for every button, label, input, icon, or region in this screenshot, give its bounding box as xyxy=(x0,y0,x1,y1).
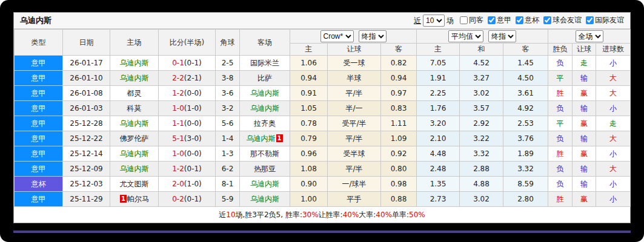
ah-handicap-line: 平/半 xyxy=(328,86,381,101)
away-team-cell: 比萨 xyxy=(240,71,290,86)
average-stage-select[interactable]: 终指 xyxy=(488,30,516,42)
sub-header-goals: 进球数 xyxy=(596,44,631,56)
filter-label: 球会友谊 xyxy=(553,15,582,25)
filter-label: 同客 xyxy=(469,15,483,25)
filter-label: 国际友谊 xyxy=(595,15,624,25)
result-wdl: 胜 xyxy=(548,146,573,162)
league-badge: 意甲 xyxy=(15,71,63,86)
half-time-score: (1-0) xyxy=(184,104,202,113)
recent-link[interactable]: 近 xyxy=(414,16,421,26)
half-time-score: (1-0) xyxy=(184,180,202,188)
sub-header-eu-draw: 和 xyxy=(460,44,503,56)
result-goals: 大 xyxy=(596,131,631,146)
eu-draw-odds: 4.52 xyxy=(460,56,503,71)
ah-home-odds: 0.96 xyxy=(290,146,328,162)
eu-away-odds: 4.92 xyxy=(503,101,548,116)
home-team: 佛罗伦萨 xyxy=(120,134,149,143)
final-score: 0-2 xyxy=(172,195,184,203)
result-handicap: 输 xyxy=(573,177,596,192)
corners-cell: 8-1 xyxy=(216,177,240,192)
eu-home-odds: 2.10 xyxy=(417,131,460,146)
bookmaker-stage-select[interactable]: 终指 xyxy=(359,30,387,42)
result-goals: 大 xyxy=(596,71,631,86)
sub-header-ah-away: 客 xyxy=(381,44,417,56)
corners-cell: 1-3 xyxy=(216,146,240,162)
scope-select[interactable]: 全场 xyxy=(576,30,603,42)
table-row: 意甲 26-01-10 乌迪内斯 2-2(2-1) 3-8 比萨 0.94 半球… xyxy=(15,71,631,86)
table-row: 意甲 25-12-09 乌迪内斯 1-2(0-1) 6-2 热那亚 1.08 平… xyxy=(15,162,631,177)
filter-checkbox[interactable] xyxy=(516,16,523,24)
match-date: 25-12-28 xyxy=(63,116,110,131)
result-goals: 大 xyxy=(596,86,631,101)
match-date: 25-11-29 xyxy=(63,192,110,207)
league-badge: 意杯 xyxy=(15,177,63,192)
result-wdl: 胜 xyxy=(548,86,573,101)
corners-cell: 2-5 xyxy=(216,56,240,71)
filter-checkbox[interactable] xyxy=(586,16,594,24)
away-team: 那不勒斯 xyxy=(250,149,279,158)
widget-frame: 乌迪内斯 近 10 场 同客意甲意杯球会友谊国际友谊 类型 日期 主场 比 xyxy=(0,0,644,242)
table-row: 意甲 25-12-14 乌迪内斯 1-0(0-0) 1-3 那不勒斯 0.96 … xyxy=(15,146,631,162)
ah-away-odds: 1.11 xyxy=(381,116,417,131)
result-handicap: 输 xyxy=(573,162,596,177)
result-goals: 小 xyxy=(596,56,631,71)
eu-home-odds: 1.35 xyxy=(417,177,460,192)
ah-home-odds: 0.79 xyxy=(290,131,328,146)
result-wdl: 胜 xyxy=(548,192,573,207)
asian-odds-group-header: Crow* 终指 xyxy=(290,30,417,44)
ah-home-odds: 0.94 xyxy=(290,71,328,86)
home-team: 科莫 xyxy=(127,104,142,113)
result-wdl: 平 xyxy=(548,116,573,131)
summary-segment: 单率: xyxy=(392,210,409,220)
matches-tbody: 意甲 26-01-17 乌迪内斯 0-1(0-1) 2-5 国际米兰 1.06 … xyxy=(15,56,631,207)
final-score: 5-1 xyxy=(172,134,184,143)
ah-away-odds: 1.09 xyxy=(381,131,417,146)
eu-home-odds: 1.76 xyxy=(417,101,460,116)
match-date: 25-12-22 xyxy=(63,131,110,146)
eu-draw-odds: 4.88 xyxy=(460,177,503,192)
corners-cell: 3-2 xyxy=(216,101,240,116)
summary-segment: 40% xyxy=(376,211,392,219)
home-team: 乌迪内斯 xyxy=(120,165,149,173)
league-badge: 意甲 xyxy=(15,131,63,146)
summary-segment: 40% xyxy=(343,211,359,219)
score-cell: 0-2(0-1) xyxy=(159,192,216,207)
filter-option-3[interactable]: 球会友谊 xyxy=(539,15,582,25)
filter-checkbox[interactable] xyxy=(488,16,496,24)
home-team-cell: 佛罗伦萨 xyxy=(110,131,159,146)
home-team: 都灵 xyxy=(127,89,142,97)
ah-away-odds: 0.83 xyxy=(381,101,417,116)
result-handicap: 赢 xyxy=(573,192,596,207)
red-card-badge: 1 xyxy=(276,134,283,142)
filter-option-4[interactable]: 国际友谊 xyxy=(582,15,624,25)
bookmaker-select[interactable]: Crow* xyxy=(320,30,354,42)
score-cell: 5-1(3-0) xyxy=(159,131,216,146)
league-badge: 意甲 xyxy=(15,116,63,131)
corners-cell: 5-9 xyxy=(216,192,240,207)
home-team-cell: 乌迪内斯 xyxy=(110,116,159,131)
match-count-select[interactable]: 10 xyxy=(423,15,445,27)
filter-checkbox[interactable] xyxy=(460,16,468,24)
red-card-badge: 1 xyxy=(120,195,127,203)
away-team: 乌迪内斯 xyxy=(250,104,279,113)
table-row: 意甲 25-12-28 乌迪内斯 1-1(0-0) 5-6 拉齐奥 0.78 受… xyxy=(15,116,631,131)
ah-home-odds: 0.78 xyxy=(290,116,328,131)
summary-segment: 场,胜3平2负5, 胜率: xyxy=(236,210,302,220)
filter-label: 意杯 xyxy=(525,15,539,25)
filter-checkbox[interactable] xyxy=(543,16,551,24)
away-team-cell: 乌迪内斯 xyxy=(240,177,290,192)
average-select[interactable]: 平均值 xyxy=(448,30,483,42)
eu-away-odds: 2.80 xyxy=(503,192,548,207)
match-date: 25-12-09 xyxy=(63,162,110,177)
filter-option-2[interactable]: 意杯 xyxy=(511,15,539,25)
filter-option-0[interactable]: 同客 xyxy=(456,15,483,25)
match-date: 26-01-03 xyxy=(63,101,110,116)
corners-cell: 3-6 xyxy=(216,86,240,101)
filter-option-1[interactable]: 意甲 xyxy=(483,15,511,25)
home-team: 帕尔马 xyxy=(127,195,149,203)
half-time-score: (0-0) xyxy=(184,149,202,158)
final-score: 0-1 xyxy=(172,59,184,67)
league-badge: 意甲 xyxy=(15,101,63,116)
table-row: 意杯 25-12-03 尤文图斯 2-0(1-0) 8-1 乌迪内斯 0.90 … xyxy=(15,177,631,192)
home-team-cell: 尤文图斯 xyxy=(110,177,159,192)
